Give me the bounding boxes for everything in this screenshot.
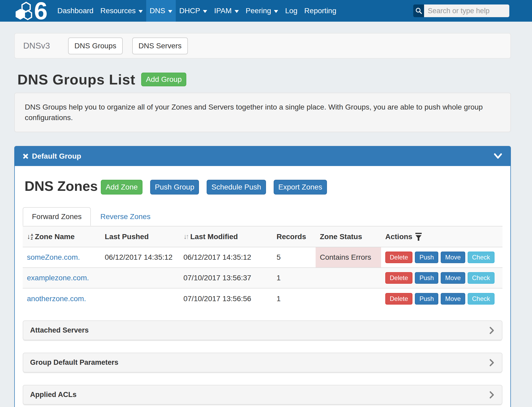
add-zone-button[interactable]: Add Zone (101, 180, 142, 195)
check-button[interactable]: Check (468, 272, 495, 284)
nav-item-resources[interactable]: Resources (97, 0, 146, 22)
nav-item-log[interactable]: Log (282, 0, 301, 22)
col-header-zone-status[interactable]: Zone Status (316, 226, 381, 247)
last-pushed-cell (101, 268, 179, 288)
zone-name-link[interactable]: examplezone.com. (27, 274, 89, 282)
nav-item-peering[interactable]: Peering (242, 0, 282, 22)
push-button[interactable]: Push (415, 252, 438, 263)
delete-button[interactable]: Delete (385, 252, 412, 263)
default-group-panel: Default Group DNS Zones Add Zone Push Gr… (14, 146, 511, 407)
brand-logo[interactable]: 6 (15, 0, 48, 22)
page-description: DNS Groups help you to organize all of y… (14, 93, 511, 132)
tab-forward-zones[interactable]: Forward Zones (23, 207, 91, 226)
close-icon[interactable] (23, 153, 28, 159)
dns-groups-button[interactable]: DNS Groups (68, 37, 123, 54)
add-group-button[interactable]: Add Group (141, 73, 186, 86)
page-title: DNS Groups List (17, 72, 135, 87)
default-group-header[interactable]: Default Group (15, 146, 510, 166)
records-cell: 1 (272, 288, 316, 309)
zone-status-cell (316, 268, 381, 288)
group-title: Default Group (32, 152, 81, 160)
tab-reverse-zones[interactable]: Reverse Zones (91, 207, 160, 226)
col-header-zone-name[interactable]: ↓AZ Zone Name (23, 226, 101, 247)
zone-row: someZone.com. 06/12/2017 14:35:12 06/12/… (23, 247, 502, 268)
move-button[interactable]: Move (441, 293, 465, 305)
delete-button[interactable]: Delete (385, 272, 412, 284)
push-group-button[interactable]: Push Group (150, 180, 199, 195)
last-modified-cell: 07/10/2017 13:56:56 (179, 288, 272, 309)
breadcrumb-panel: DNSv3 DNS Groups DNS Servers (14, 33, 511, 59)
caret-down-icon (274, 10, 278, 13)
sort-alpha-icon: ↓AZ (27, 233, 33, 241)
check-button[interactable]: Check (468, 252, 495, 263)
chevron-right-icon (489, 358, 495, 367)
collapse-chevron-icon[interactable] (493, 153, 502, 159)
col-header-records[interactable]: Records (272, 226, 316, 247)
accordion-group-default-parameters[interactable]: Group Default Parameters (23, 353, 502, 372)
nav-item-dashboard[interactable]: Dashboard (54, 0, 97, 22)
search-box (413, 4, 509, 17)
brand-six: 6 (34, 1, 48, 21)
last-pushed-cell (101, 288, 179, 309)
check-button[interactable]: Check (468, 293, 495, 305)
records-cell: 5 (272, 247, 316, 268)
caret-down-icon (168, 10, 172, 13)
col-header-last-modified[interactable]: ↓↑ Last Modified (179, 226, 272, 247)
push-button[interactable]: Push (415, 272, 438, 284)
records-cell: 1 (272, 268, 316, 288)
search-icon[interactable] (413, 4, 424, 17)
zone-name-link[interactable]: anotherzone.com. (27, 295, 86, 303)
navbar: 6 Dashboard Resources DNS DHCP IPAM Peer… (0, 0, 532, 22)
push-button[interactable]: Push (415, 293, 438, 305)
zone-status-cell: Contains Errors (316, 247, 381, 268)
dns-servers-button[interactable]: DNS Servers (132, 37, 188, 54)
col-header-actions: Actions (381, 226, 502, 247)
sort-icon: ↓↑ (183, 233, 189, 241)
nav-item-ipam[interactable]: IPAM (211, 0, 242, 22)
zone-row: anotherzone.com. 07/10/2017 13:56:56 1 D… (23, 288, 502, 309)
export-zones-button[interactable]: Export Zones (274, 180, 327, 195)
caret-down-icon (235, 10, 239, 13)
navbar-menu: Dashboard Resources DNS DHCP IPAM Peerin… (54, 0, 340, 22)
last-modified-cell: 07/10/2017 13:56:37 (179, 268, 272, 288)
nav-item-dns[interactable]: DNS (146, 0, 176, 22)
zone-row: examplezone.com. 07/10/2017 13:56:37 1 D… (23, 268, 502, 288)
chevron-right-icon (489, 326, 495, 335)
zone-tabs: Forward Zones Reverse Zones (23, 207, 502, 226)
move-button[interactable]: Move (441, 252, 465, 263)
search-input[interactable] (424, 4, 509, 17)
hexagons-logo-icon (15, 1, 33, 21)
delete-button[interactable]: Delete (385, 293, 412, 305)
filter-icon[interactable] (415, 233, 422, 241)
last-pushed-cell: 06/12/2017 14:35:12 (101, 247, 179, 268)
nav-item-reporting[interactable]: Reporting (301, 0, 340, 22)
schedule-push-button[interactable]: Schedule Push (207, 180, 266, 195)
dns-zones-heading: DNS Zones (25, 179, 98, 193)
zone-name-link[interactable]: someZone.com. (27, 253, 80, 261)
chevron-right-icon (489, 391, 495, 399)
zones-table: ↓AZ Zone Name Last Pushed ↓↑ Last Modifi… (23, 226, 502, 309)
breadcrumb-title: DNSv3 (23, 41, 68, 51)
accordion-applied-acls[interactable]: Applied ACLs (23, 385, 502, 405)
caret-down-icon (203, 10, 207, 13)
nav-item-dhcp[interactable]: DHCP (176, 0, 211, 22)
col-header-last-pushed[interactable]: Last Pushed (101, 226, 179, 247)
accordion-attached-servers[interactable]: Attached Servers (23, 320, 502, 340)
last-modified-cell: 06/12/2017 14:35:12 (179, 247, 272, 268)
zone-status-cell (316, 288, 381, 309)
move-button[interactable]: Move (441, 272, 465, 284)
caret-down-icon (139, 10, 143, 13)
